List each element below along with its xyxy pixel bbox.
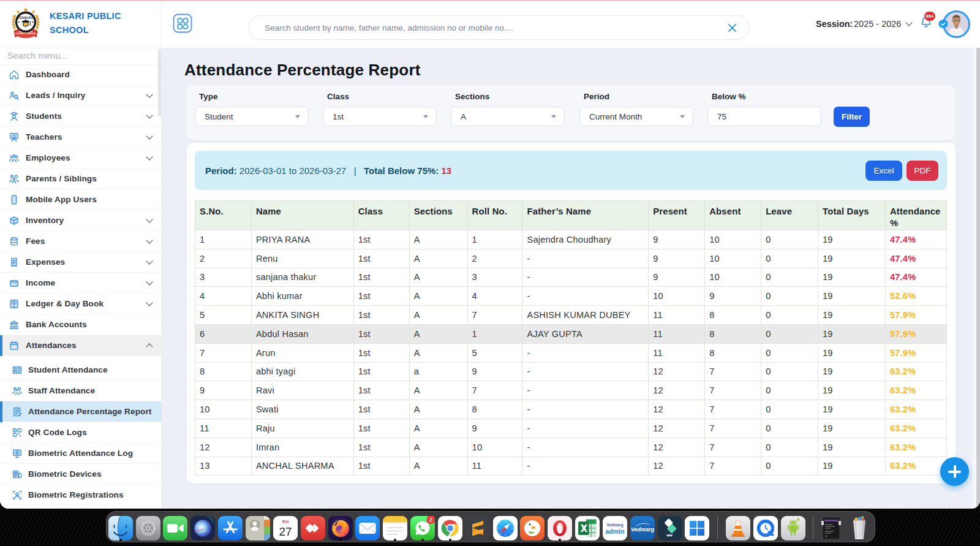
- svg-text:27: 27: [279, 525, 292, 538]
- svg-text:VEDMARG: VEDMARG: [18, 17, 34, 20]
- svg-text:2: 2: [429, 516, 432, 523]
- svg-text:COVENT SCHOOL: COVENT SCHOOL: [15, 32, 37, 35]
- svg-text:Vedmarg: Vedmarg: [606, 523, 623, 528]
- svg-text:Vedmarg: Vedmarg: [631, 526, 655, 533]
- svg-text:Fri: Fri: [282, 519, 288, 525]
- svg-text:admin: admin: [605, 528, 624, 535]
